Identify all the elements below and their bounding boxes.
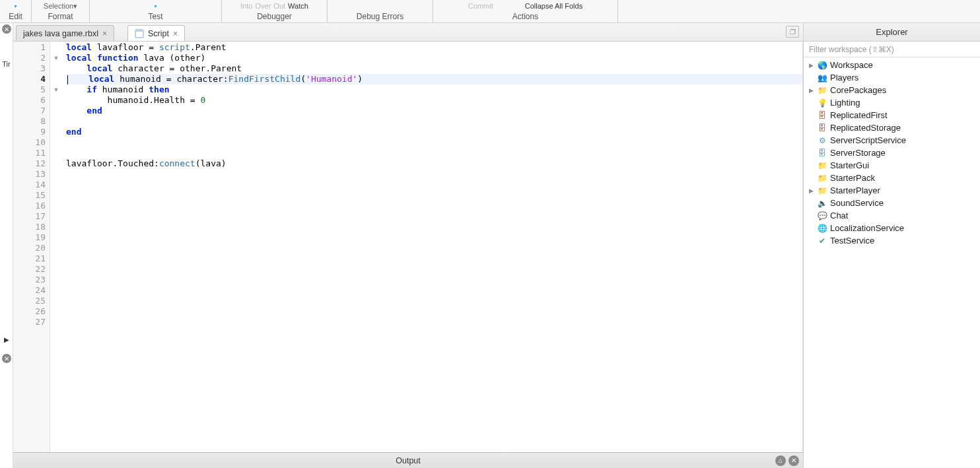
startergui-icon: 📁	[817, 160, 827, 171]
code-line[interactable]	[66, 275, 802, 285]
line-number: 15	[13, 190, 46, 201]
explorer-node-starterpack[interactable]: 📁StarterPack	[804, 172, 980, 184]
watch-button[interactable]: Watch	[288, 2, 308, 10]
code-line[interactable]	[66, 190, 802, 201]
fold-column[interactable]: ▼▼	[50, 42, 62, 452]
step-into-button[interactable]: Into	[240, 2, 252, 10]
explorer-node-label: Players	[830, 73, 858, 83]
explorer-node-serverscriptservice[interactable]: ⚙ServerScriptService	[804, 134, 980, 147]
detach-output-icon[interactable]: ⌂	[775, 455, 786, 466]
toolbar-group-format[interactable]: Selection▾ Format	[32, 0, 90, 22]
explorer-node-label: ServerStorage	[830, 148, 886, 158]
line-number: 6	[13, 95, 46, 106]
expand-arrow-icon[interactable]: ▶	[808, 87, 814, 94]
explorer-node-label: ReplicatedStorage	[830, 123, 901, 133]
code-line[interactable]	[66, 180, 802, 190]
code-line[interactable]	[66, 222, 802, 232]
code-line[interactable]	[66, 137, 802, 148]
code-editor[interactable]: 1234567891011121314151617181920212223242…	[13, 42, 803, 452]
explorer-node-serverstorage[interactable]: 🗄ServerStorage	[804, 147, 980, 159]
explorer-node-players[interactable]: 👥Players	[804, 71, 980, 84]
fold-toggle-icon[interactable]: ▼	[50, 84, 62, 95]
explorer-tree[interactable]: ▶🌎Workspace👥Players▶📁CorePackages💡Lighti…	[804, 57, 980, 468]
code-line[interactable]: end	[66, 106, 802, 116]
explorer-node-corepackages[interactable]: ▶📁CorePackages	[804, 84, 980, 96]
toolbar-label-format: Format	[48, 12, 73, 21]
detach-tab-icon[interactable]: ❐	[786, 26, 799, 38]
code-line[interactable]: local character = other.Parent	[66, 63, 802, 74]
toolbar-label-debug-errors: Debug Errors	[357, 12, 403, 21]
dropdown-icon[interactable]: ▼	[13, 4, 18, 9]
code-line[interactable]	[66, 232, 802, 243]
code-line[interactable]	[66, 296, 802, 306]
explorer-node-label: Chat	[830, 211, 848, 220]
code-line[interactable]: local lavafloor = script.Parent	[66, 42, 802, 53]
file-tab-label: jakes lava game.rbxl	[23, 29, 98, 38]
output-panel-header[interactable]: Output ⌂ ✕	[13, 452, 803, 468]
explorer-node-testservice[interactable]: ✔TestService	[804, 234, 980, 247]
code-line[interactable]	[66, 201, 802, 211]
expand-arrow-icon[interactable]: ▶	[808, 187, 814, 194]
explorer-node-replicatedstorage[interactable]: 🗄ReplicatedStorage	[804, 121, 980, 134]
explorer-filter[interactable]	[804, 42, 980, 57]
explorer-node-workspace[interactable]: ▶🌎Workspace	[804, 59, 980, 71]
explorer-node-replicatedfirst[interactable]: 🗄ReplicatedFirst	[804, 109, 980, 121]
tab-script[interactable]: Script ×	[127, 25, 185, 41]
code-line[interactable]	[66, 253, 802, 264]
code-line[interactable]	[66, 211, 802, 222]
code-line[interactable]	[66, 285, 802, 296]
code-line[interactable]: lavafloor.Touched:connect(lava)	[66, 158, 802, 169]
toolbar-group-debug-errors[interactable]: Debug Errors	[328, 0, 433, 22]
soundservice-icon: 🔈	[817, 198, 827, 209]
explorer-node-label: StarterPack	[830, 173, 875, 183]
collapse-all-folds-button[interactable]: Collapse All Folds	[525, 2, 582, 10]
toolbar-group-edit[interactable]: ▼ Edit	[0, 0, 32, 22]
explorer-node-soundservice[interactable]: 🔈SoundService	[804, 197, 980, 209]
explorer-node-starterplayer[interactable]: ▶📁StarterPlayer	[804, 184, 980, 197]
code-line[interactable]	[66, 264, 802, 275]
code-line[interactable]: end	[66, 127, 802, 137]
toolbar-group-debugger[interactable]: Into Over Out Watch Debugger	[222, 0, 328, 22]
code-line[interactable]: if humanoid then	[66, 84, 802, 95]
close-output-icon[interactable]: ✕	[788, 455, 799, 466]
explorer-node-chat[interactable]: 💬Chat	[804, 209, 980, 222]
toolbar-label-debugger: Debugger	[257, 12, 292, 21]
explorer-node-label: Lighting	[830, 98, 860, 108]
filter-workspace-input[interactable]	[804, 42, 980, 57]
code-line[interactable]	[66, 243, 802, 253]
explorer-node-startergui[interactable]: 📁StarterGui	[804, 159, 980, 172]
step-out-button[interactable]: Out	[273, 2, 285, 10]
line-number: 18	[13, 222, 46, 232]
toolbar-group-actions[interactable]: Commit Collapse All Folds Actions	[433, 0, 618, 22]
expand-rail-icon[interactable]: ▶	[4, 336, 9, 343]
code-content[interactable]: local lavafloor = script.Parentlocal fun…	[62, 42, 802, 452]
tab-game-file[interactable]: jakes lava game.rbxl ×	[16, 25, 114, 41]
line-number: 24	[13, 285, 46, 296]
line-number: 3	[13, 63, 46, 74]
code-line[interactable]: humanoid.Health = 0	[66, 95, 802, 106]
close-panel-icon[interactable]: ✕	[2, 354, 11, 363]
close-icon[interactable]: ×	[173, 29, 178, 38]
explorer-node-localizationservice[interactable]: 🌐LocalizationService	[804, 222, 980, 234]
fold-toggle-icon[interactable]: ▼	[50, 53, 62, 63]
code-line[interactable]	[66, 169, 802, 180]
toolbar-group-test[interactable]: ▼ Test	[90, 0, 222, 22]
close-panel-icon[interactable]: ✕	[2, 24, 11, 34]
dropdown-icon[interactable]: ▼	[153, 4, 158, 9]
code-line[interactable]	[66, 116, 802, 127]
code-line[interactable]	[66, 317, 802, 327]
expand-arrow-icon[interactable]: ▶	[808, 62, 814, 69]
commit-button[interactable]: Commit	[468, 2, 493, 10]
line-number: 21	[13, 253, 46, 264]
step-over-button[interactable]: Over	[256, 2, 271, 10]
code-line[interactable]	[66, 148, 802, 158]
serverstorage-icon: 🗄	[817, 148, 827, 158]
line-number: 20	[13, 243, 46, 253]
explorer-node-lighting[interactable]: 💡Lighting	[804, 96, 980, 109]
code-line[interactable]: local humanoid = character:FindFirstChil…	[66, 74, 802, 84]
code-line[interactable]: local function lava (other)	[66, 53, 802, 63]
close-icon[interactable]: ×	[102, 29, 107, 38]
starterpack-icon: 📁	[817, 173, 827, 184]
code-line[interactable]	[66, 306, 802, 317]
selection-dropdown[interactable]: Selection▾	[44, 2, 77, 11]
